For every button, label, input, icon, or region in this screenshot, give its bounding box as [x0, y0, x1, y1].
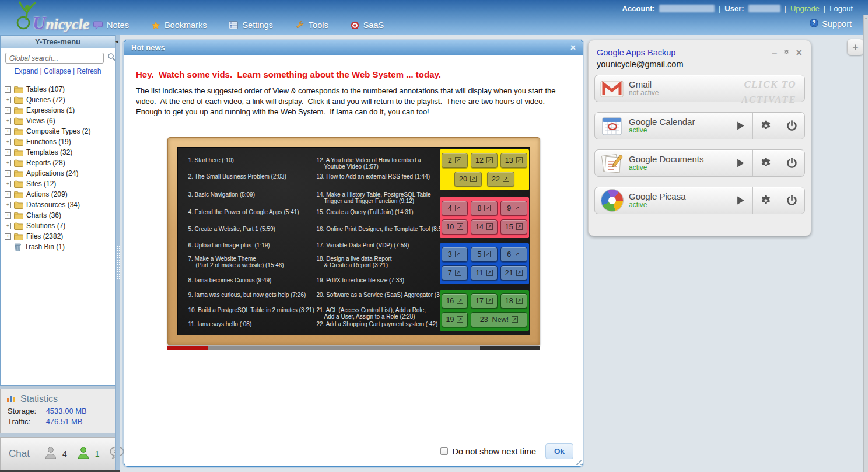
expander-icon[interactable]: + — [5, 212, 11, 219]
tree-item-applications-24[interactable]: +Applications (24) — [5, 168, 113, 179]
sidebar-splitter[interactable] — [116, 35, 120, 472]
app-settings-button[interactable] — [752, 187, 778, 214]
expander-icon[interactable]: + — [5, 128, 11, 135]
chat-label: Chat — [9, 448, 30, 460]
app-settings-button[interactable] — [752, 113, 778, 139]
tree-item-expressions-1[interactable]: +Expressions (1) — [5, 105, 113, 116]
nav-item-saas[interactable]: SaaS — [351, 20, 384, 30]
do-not-show-checkbox[interactable] — [440, 447, 448, 455]
button-group-yellow: 2↗12↗13↗20↗22↗ — [440, 149, 529, 190]
folder-icon — [14, 128, 23, 135]
app-settings-button[interactable] — [752, 150, 778, 176]
video-button-21[interactable]: 21↗ — [501, 265, 527, 281]
video-button-15[interactable]: 15↗ — [501, 219, 527, 235]
tree-item-files-2382[interactable]: +Files (2382) — [5, 231, 113, 242]
expander-icon[interactable]: + — [5, 97, 11, 103]
search-icon[interactable] — [107, 53, 116, 64]
expander-icon[interactable]: + — [5, 107, 11, 114]
close-icon[interactable] — [570, 43, 576, 53]
app-run-button[interactable] — [727, 150, 752, 176]
expander-icon[interactable]: + — [5, 118, 11, 124]
playlist-column-left: 1. Start here (:10)2. The Small Business… — [188, 148, 317, 335]
tree-item-datasources-34[interactable]: +Datasources (34) — [5, 200, 113, 210]
nav-item-label: SaaS — [363, 20, 384, 30]
tree-item-actions-209[interactable]: +Actions (209) — [5, 189, 113, 200]
widget-title[interactable]: Google Apps Backup — [597, 48, 772, 57]
app-run-button[interactable] — [727, 113, 752, 139]
tree-item-views-6[interactable]: +Views (6) — [5, 116, 113, 126]
tree-item-composite-types-2[interactable]: +Composite Types (2) — [5, 126, 113, 137]
video-button-11[interactable]: 11↗ — [471, 265, 498, 281]
collapse-sidebar-arrow-icon[interactable] — [116, 39, 118, 44]
page-scrollbar[interactable] — [863, 15, 868, 472]
add-widget-button[interactable]: + — [847, 39, 864, 55]
expander-icon[interactable]: + — [5, 202, 11, 208]
external-link-icon: ↗ — [455, 157, 461, 163]
tree-item-reports-28[interactable]: +Reports (28) — [5, 158, 113, 168]
video-button-12[interactable]: 12↗ — [471, 153, 498, 168]
expander-icon[interactable]: + — [5, 86, 11, 93]
video-button-5[interactable]: 5↗ — [471, 247, 498, 262]
expander-icon[interactable]: + — [5, 170, 11, 177]
expander-icon[interactable]: + — [5, 223, 11, 229]
expander-icon[interactable]: + — [5, 191, 11, 198]
expander-icon[interactable]: + — [5, 160, 11, 166]
video-button-9[interactable]: 9↗ — [501, 201, 527, 216]
expand-link[interactable]: Expand — [14, 67, 38, 75]
tree-item-sites-12[interactable]: +Sites (12) — [5, 179, 113, 189]
tree-item-solutions-7[interactable]: +Solutions (7) — [5, 221, 113, 231]
video-button-4[interactable]: 4↗ — [442, 201, 468, 216]
video-button-7[interactable]: 7↗ — [442, 265, 468, 281]
expander-icon[interactable]: + — [5, 149, 11, 156]
resize-grip[interactable] — [574, 457, 582, 465]
scroll-up-arrow-icon[interactable] — [864, 16, 868, 20]
video-button-20[interactable]: 20↗ — [454, 172, 482, 187]
video-button-6[interactable]: 6↗ — [501, 247, 527, 262]
expander-icon[interactable]: + — [5, 233, 11, 240]
click-to-activate-label[interactable]: CLICK TOACTIVATE — [741, 77, 796, 108]
nav-item-bookmarks[interactable]: Bookmarks — [151, 20, 207, 30]
tree-item-tables-107[interactable]: +Tables (107) — [5, 84, 113, 95]
tree-item-charts-36[interactable]: +Charts (36) — [5, 210, 113, 221]
video-button-23[interactable]: 23New!↗ — [471, 312, 527, 327]
video-button-10[interactable]: 10↗ — [442, 219, 468, 235]
video-button-8[interactable]: 8↗ — [471, 201, 498, 216]
expander-icon[interactable]: + — [5, 181, 11, 187]
collapse-link[interactable]: Collapse — [44, 67, 71, 75]
video-button-16[interactable]: 16↗ — [442, 293, 468, 309]
video-button-19[interactable]: 19↗ — [442, 312, 468, 327]
logout-link[interactable]: Logout — [830, 4, 853, 13]
nav-item-tools[interactable]: Tools — [295, 20, 328, 30]
video-button-13[interactable]: 13↗ — [501, 153, 527, 168]
video-button-number: 2 — [448, 156, 452, 165]
widget-close-icon[interactable] — [795, 47, 803, 58]
tree-item-queries-72[interactable]: +Queries (72) — [5, 95, 113, 105]
refresh-link[interactable]: Refresh — [76, 67, 101, 75]
expander-icon[interactable]: + — [5, 139, 11, 145]
app-power-button[interactable] — [779, 187, 804, 214]
external-link-icon: ↗ — [514, 251, 520, 257]
nav-item-settings[interactable]: Settings — [229, 20, 272, 30]
nav-item-notes[interactable]: Notes — [93, 20, 129, 30]
video-button-2[interactable]: 2↗ — [442, 153, 468, 168]
support-link[interactable]: ? Support — [810, 19, 852, 29]
tree-item-templates-32[interactable]: +Templates (32) — [5, 147, 113, 158]
video-button-14[interactable]: 14↗ — [471, 219, 498, 235]
app-power-button[interactable] — [779, 113, 804, 139]
video-button-22[interactable]: 22↗ — [487, 172, 514, 187]
upgrade-link[interactable]: Upgrade — [790, 4, 820, 13]
global-search-input[interactable] — [5, 53, 104, 64]
app-power-button[interactable] — [779, 150, 804, 176]
video-button-3[interactable]: 3↗ — [442, 247, 468, 262]
logo[interactable]: Unicycle — [12, 1, 89, 32]
splitter-grip[interactable] — [117, 245, 120, 279]
tree-item-trash-bin-1[interactable]: Trash Bin (1) — [14, 242, 113, 252]
video-button-18[interactable]: 18↗ — [501, 293, 527, 309]
video-button-number: 21 — [505, 269, 513, 277]
ok-button[interactable]: Ok — [545, 443, 573, 459]
minimize-icon[interactable] — [772, 48, 778, 57]
widget-gear-icon[interactable] — [783, 49, 790, 56]
tree-item-functions-19[interactable]: +Functions (19) — [5, 137, 113, 147]
app-run-button[interactable] — [727, 187, 752, 214]
video-button-17[interactable]: 17↗ — [471, 293, 498, 309]
